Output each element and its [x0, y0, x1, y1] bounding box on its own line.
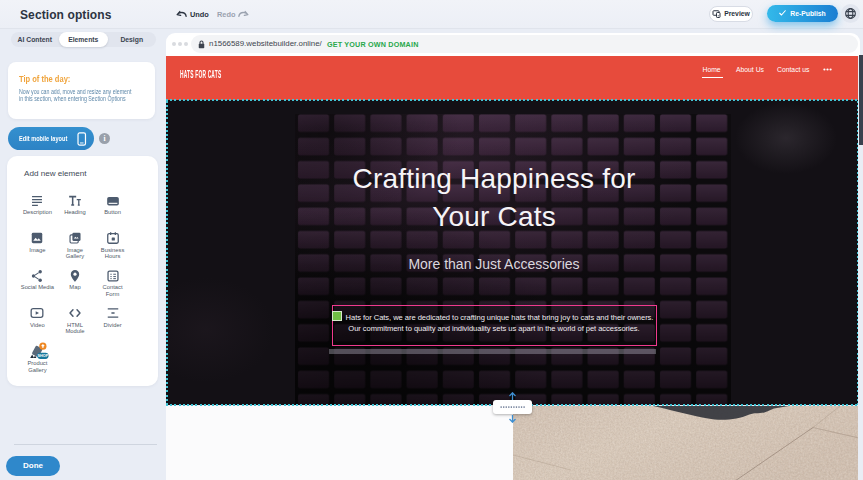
- svg-text:SHOP: SHOP: [38, 354, 49, 358]
